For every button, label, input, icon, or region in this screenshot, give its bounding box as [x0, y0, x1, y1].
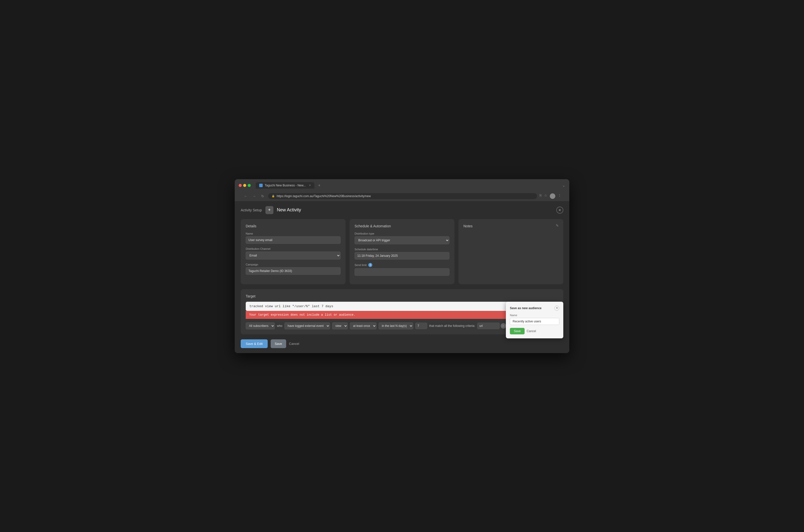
breadcrumb: Activity Setup	[241, 208, 262, 212]
menu-icon[interactable]: ⋮	[558, 193, 561, 199]
campaign-field-group: Campaign	[246, 263, 341, 275]
window-dots	[239, 184, 251, 187]
page-title: New Activity	[277, 207, 301, 213]
tab-close-icon[interactable]: ✕	[309, 184, 311, 187]
popup-title: Save as new audience	[510, 306, 542, 310]
channel-select[interactable]: Email	[246, 251, 341, 260]
schedule-title: Schedule & Automation	[354, 224, 450, 228]
close-dot[interactable]	[239, 184, 242, 187]
notes-edit-icon[interactable]: ✎	[556, 224, 559, 228]
name-label: Name	[246, 232, 341, 235]
save-button[interactable]: Save	[271, 339, 286, 348]
popup-actions: Save Cancel	[510, 328, 559, 335]
sections-row: Details Name Distribution Channel Email …	[241, 219, 563, 284]
plus-icon: +	[266, 206, 273, 214]
tab-title: Taguchi New Business - New...	[265, 184, 306, 187]
popup-cancel-button[interactable]: Cancel	[527, 328, 536, 335]
n-value-input[interactable]	[415, 323, 427, 329]
expand-icon: ⌄	[562, 184, 565, 187]
event-select[interactable]: have logged external event	[285, 322, 330, 329]
details-title: Details	[246, 224, 341, 228]
dist-type-field-group: Distribution type Broadcast or API trigg…	[354, 232, 450, 244]
send-limit-field-group: Send limit i	[354, 263, 450, 276]
name-input[interactable]	[246, 236, 341, 244]
url-field-input[interactable]	[477, 323, 500, 329]
subscribers-select[interactable]: All subscribers	[246, 322, 275, 329]
dist-type-label: Distribution type	[354, 232, 450, 235]
url-text: https://login.taguchi.com.au/Taguchi%20N…	[277, 194, 371, 198]
save-edit-button[interactable]: Save & Edit	[241, 339, 268, 348]
details-card: Details Name Distribution Channel Email …	[241, 219, 346, 284]
period-select[interactable]: in the last N day(s)	[379, 322, 413, 329]
lock-icon: 🔒	[272, 195, 275, 197]
active-tab[interactable]: Taguchi New Business - New... ✕	[256, 182, 314, 189]
audience-popup: Save as new audience ✕ Name Save Cancel	[506, 302, 563, 338]
address-bar[interactable]: 🔒 https://login.taguchi.com.au/Taguchi%2…	[268, 193, 537, 199]
minimize-dot[interactable]	[243, 184, 246, 187]
schedule-date-label: Schedule date/time	[354, 248, 450, 251]
target-title: Target	[246, 294, 558, 298]
audience-name-input[interactable]	[510, 318, 559, 325]
popup-save-button[interactable]: Save	[510, 328, 525, 335]
dist-type-select[interactable]: Broadcast or API trigger	[354, 236, 450, 244]
maximize-dot[interactable]	[248, 184, 251, 187]
target-expression-input[interactable]	[246, 302, 548, 311]
criteria-label: that match all the following criteria:	[429, 324, 475, 328]
tab-bar: Taguchi New Business - New... ✕ +	[256, 182, 560, 189]
footer-actions: Save & Edit Save Cancel	[241, 339, 563, 348]
close-button[interactable]: ✕	[556, 207, 563, 214]
browser-toolbar: ← → ↻ 🔒 https://login.taguchi.com.au/Tag…	[239, 191, 565, 201]
toolbar-icons: ⎘ ☆ ⋮	[540, 193, 561, 199]
who-label: who	[277, 324, 282, 328]
channel-label: Distribution Channel	[246, 247, 341, 250]
app-header-left: Activity Setup + New Activity	[241, 206, 301, 214]
popup-header: Save as new audience ✕	[510, 306, 559, 311]
campaign-label: Campaign	[246, 263, 341, 266]
notes-title: Notes	[463, 224, 558, 228]
cast-icon[interactable]: ⎘	[540, 193, 542, 199]
view-select[interactable]: view	[332, 322, 348, 329]
channel-field-group: Distribution Channel Email	[246, 247, 341, 260]
new-tab-button[interactable]: +	[316, 183, 322, 188]
popup-close-button[interactable]: ✕	[554, 306, 559, 311]
forward-button[interactable]: →	[251, 193, 257, 199]
refresh-button[interactable]: ↻	[260, 193, 266, 199]
app-header: Activity Setup + New Activity ✕	[241, 206, 563, 214]
browser-window: Taguchi New Business - New... ✕ + ⌄ ← → …	[235, 179, 569, 353]
schedule-card: Schedule & Automation Distribution type …	[350, 219, 454, 284]
app-content: Activity Setup + New Activity ✕ Details …	[235, 201, 569, 353]
browser-chrome: Taguchi New Business - New... ✕ + ⌄ ← → …	[235, 179, 569, 201]
back-button[interactable]: ←	[243, 193, 249, 199]
send-limit-info-icon[interactable]: i	[368, 263, 372, 267]
user-avatar[interactable]	[550, 193, 555, 199]
send-limit-input[interactable]	[354, 268, 450, 276]
send-limit-label: Send limit i	[354, 263, 450, 267]
popup-name-label: Name	[510, 314, 559, 317]
cancel-button[interactable]: Cancel	[289, 342, 299, 346]
target-section: Target + Your target expression does not…	[241, 289, 563, 335]
notes-card: Notes ✎	[458, 219, 563, 284]
schedule-date-field-group: Schedule date/time	[354, 248, 450, 260]
frequency-select[interactable]: at least once	[350, 322, 377, 329]
tab-favicon	[259, 184, 263, 187]
name-field-group: Name	[246, 232, 341, 244]
bookmark-icon[interactable]: ☆	[544, 193, 547, 199]
campaign-input[interactable]	[246, 267, 341, 275]
schedule-date-input[interactable]	[354, 252, 450, 260]
url-clear-button[interactable]: ✕	[500, 323, 506, 329]
url-input-group: ✕	[477, 323, 506, 329]
